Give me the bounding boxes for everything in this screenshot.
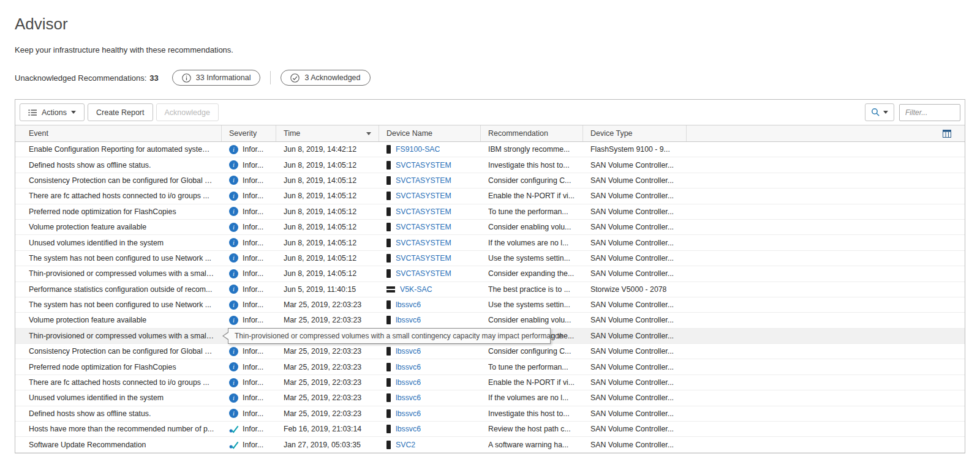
device-type-cell: SAN Volume Controller... <box>583 313 687 327</box>
recommendation-cell: Consider configuring C... <box>481 173 583 188</box>
table-row[interactable]: Defined hosts show as offline status.iIn… <box>15 406 965 422</box>
device-name-link[interactable]: SVCTASYSTEM <box>396 207 451 216</box>
device-name-link[interactable]: SVCTASYSTEM <box>396 254 451 263</box>
device-type-cell: SAN Volume Controller... <box>583 422 687 436</box>
storage-system-icon <box>386 269 391 278</box>
column-header-severity[interactable]: Severity <box>222 125 276 141</box>
recommendation-text: Enable the N-PORT if vi... <box>488 192 575 200</box>
column-header-time[interactable]: Time <box>276 125 379 141</box>
device-name-link[interactable]: SVCTASYSTEM <box>396 269 451 278</box>
time-cell: Jun 8, 2019, 14:05:12 <box>276 173 379 188</box>
time-text: Jun 8, 2019, 14:05:12 <box>284 239 356 247</box>
recommendation-cell: A software warning ha... <box>481 437 583 452</box>
device-name-link[interactable]: lbssvc6 <box>396 300 421 309</box>
severity-cell: iInfor... <box>222 235 276 250</box>
table-row[interactable]: Volume protection feature availableiInfo… <box>15 313 965 328</box>
informational-filter-badge[interactable]: 33 Informational <box>172 70 261 86</box>
severity-label: Infor... <box>243 145 263 154</box>
storage-system-icon <box>386 347 391 356</box>
column-header-event[interactable]: Event <box>15 125 222 141</box>
table-row[interactable]: Software Update RecommendationInfor...Ja… <box>15 437 965 452</box>
event-cell: Volume protection feature available <box>15 313 222 327</box>
event-text: Unused volumes identified in the system <box>29 239 164 247</box>
storage-system-icon <box>386 176 391 185</box>
device-name-link[interactable]: SVCTASYSTEM <box>396 176 451 185</box>
severity-label: Infor... <box>243 176 263 185</box>
device-name-link[interactable]: SVCTASYSTEM <box>396 239 451 247</box>
table-row[interactable]: The system has not been configured to us… <box>15 251 965 266</box>
actions-button[interactable]: Actions <box>20 103 85 121</box>
device-name-cell: lbssvc6 <box>379 297 481 312</box>
device-name-cell: lbssvc6 <box>379 406 481 421</box>
recommendation-text: To tune the performan... <box>488 207 568 216</box>
table-row[interactable]: Consistency Protection can be configured… <box>15 173 965 188</box>
device-name-link[interactable]: lbssvc6 <box>396 378 421 387</box>
event-cell: Thin-provisioned or compressed volumes w… <box>15 329 222 343</box>
device-name-cell: V5K-SAC <box>379 282 481 297</box>
recommendation-cell: Consider enabling volu... <box>481 313 583 327</box>
event-cell: Consistency Protection can be configured… <box>15 344 222 359</box>
device-name-cell: lbssvc6 <box>379 375 481 390</box>
filler-cell <box>687 422 965 436</box>
table-row[interactable]: Defined hosts show as offline status.iIn… <box>15 157 965 173</box>
device-name-link[interactable]: lbssvc6 <box>396 425 421 433</box>
column-header-label: Device Name <box>386 129 432 138</box>
table-row[interactable]: The system has not been configured to us… <box>15 297 965 313</box>
table-row[interactable]: Unused volumes identified in the systemi… <box>15 235 965 250</box>
table-row[interactable]: Volume protection feature availableiInfo… <box>15 220 965 235</box>
severity-cell: Infor... <box>222 422 276 436</box>
device-type-text: SAN Volume Controller... <box>590 192 674 200</box>
table-row[interactable]: Performance statistics configuration out… <box>15 282 965 297</box>
column-header-device-name[interactable]: Device Name <box>379 125 481 141</box>
severity-cell: iInfor... <box>222 359 276 374</box>
column-settings-icon[interactable] <box>943 130 951 138</box>
device-name-link[interactable]: lbssvc6 <box>396 347 421 356</box>
device-name-link[interactable]: lbssvc6 <box>396 393 421 402</box>
time-cell: Mar 25, 2019, 22:03:23 <box>276 313 379 327</box>
column-header-device-type[interactable]: Device Type <box>583 125 687 141</box>
device-name-link[interactable]: SVCTASYSTEM <box>396 223 451 231</box>
time-text: Jun 8, 2019, 14:42:12 <box>284 145 356 154</box>
time-cell: Jun 8, 2019, 14:05:12 <box>276 251 379 266</box>
event-text: Thin-provisioned or compressed volumes w… <box>29 269 214 278</box>
severity-label: Infor... <box>243 347 263 356</box>
time-cell: Mar 25, 2019, 22:03:23 <box>276 390 379 405</box>
table-row[interactable]: Preferred node optimization for FlashCop… <box>15 204 965 220</box>
filler-cell <box>687 282 965 297</box>
recommendation-cell: Consider enabling volu... <box>481 220 583 234</box>
acknowledge-button[interactable]: Acknowledge <box>156 103 219 121</box>
device-name-link[interactable]: V5K-SAC <box>400 285 432 294</box>
device-name-link[interactable]: lbssvc6 <box>396 409 421 418</box>
search-dropdown-button[interactable] <box>865 103 894 121</box>
device-type-cell: SAN Volume Controller... <box>583 329 687 343</box>
table-row[interactable]: Consistency Protection can be configured… <box>15 344 965 359</box>
device-name-link[interactable]: lbssvc6 <box>396 316 421 324</box>
severity-cell: iInfor... <box>222 266 276 281</box>
table-row[interactable]: Preferred node optimization for FlashCop… <box>15 359 965 374</box>
recommendation-text: IBM strongly recomme... <box>488 145 570 154</box>
device-name-link[interactable]: SVCTASYSTEM <box>396 192 451 200</box>
time-cell: Jun 8, 2019, 14:05:12 <box>276 220 379 234</box>
unacknowledged-label: Unacknowledged Recommendations: <box>15 73 146 83</box>
storage-system-icon <box>386 316 391 324</box>
table-row[interactable]: Thin-provisioned or compressed volumes w… <box>15 266 965 281</box>
create-report-button[interactable]: Create Report <box>88 103 153 121</box>
acknowledged-filter-badge[interactable]: 3 Acknowledged <box>281 70 370 86</box>
info-severity-icon: i <box>229 253 238 263</box>
column-header-recommendation[interactable]: Recommendation <box>481 125 583 141</box>
device-name-link[interactable]: SVCTASYSTEM <box>396 161 451 170</box>
device-name-link[interactable]: FS9100-SAC <box>396 145 440 154</box>
table-row[interactable]: There are fc attached hosts connected to… <box>15 375 965 390</box>
table-row[interactable]: Enable Configuration Reporting for autom… <box>15 142 965 157</box>
device-name-link[interactable]: SVC2 <box>396 441 415 449</box>
recommendation-cell: The best practice is to ... <box>481 282 583 297</box>
recommendation-cell: Investigate this host to... <box>481 406 583 421</box>
filter-input[interactable] <box>899 104 960 121</box>
event-text: Volume protection feature available <box>29 223 146 231</box>
time-cell: Jun 8, 2019, 14:05:12 <box>276 204 379 219</box>
device-type-cell: Storwize V5000 - 2078 <box>583 282 687 297</box>
table-row[interactable]: Unused volumes identified in the systemi… <box>15 390 965 406</box>
device-name-link[interactable]: lbssvc6 <box>396 363 421 371</box>
table-row[interactable]: Hosts have more than the recommended num… <box>15 422 965 437</box>
table-row[interactable]: There are fc attached hosts connected to… <box>15 188 965 204</box>
